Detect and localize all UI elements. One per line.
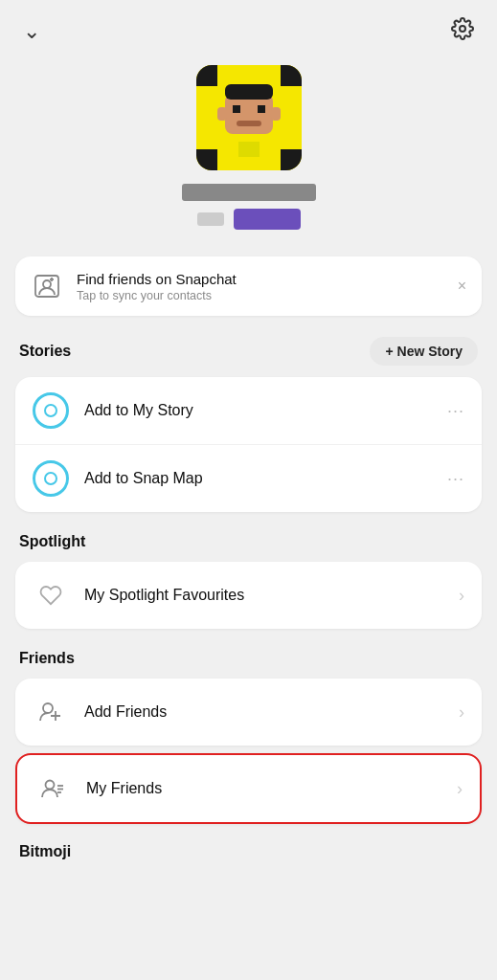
friends-section-header: Friends: [0, 642, 497, 675]
friends-section-title: Friends: [19, 650, 75, 667]
my-friends-chevron-right-icon: ›: [457, 779, 463, 799]
bitmoji-section-title: Bitmoji: [19, 843, 71, 859]
svg-rect-7: [233, 105, 240, 113]
svg-point-19: [43, 703, 53, 713]
svg-rect-4: [196, 149, 217, 170]
svg-rect-3: [281, 65, 302, 86]
story-camera-icon: [33, 392, 69, 429]
my-friends-label: My Friends: [86, 780, 457, 797]
add-friends-icon: [33, 694, 69, 730]
more-options-icon[interactable]: ···: [447, 401, 464, 421]
add-friends-item[interactable]: Add Friends ›: [15, 679, 482, 746]
my-friends-wrapper: My Friends ›: [15, 753, 482, 824]
add-friends-card: Add Friends ›: [15, 679, 482, 746]
add-to-snap-map-item[interactable]: Add to Snap Map ···: [15, 444, 482, 512]
svg-rect-8: [258, 105, 265, 113]
svg-rect-2: [196, 65, 217, 86]
contact-sync-icon: [31, 270, 63, 302]
find-friends-left: Find friends on Snapchat Tap to sync you…: [31, 270, 237, 302]
svg-point-0: [460, 26, 465, 32]
stories-section-header: Stories + New Story: [0, 329, 497, 373]
username-bar: [182, 184, 316, 230]
snap-map-more-icon[interactable]: ···: [447, 469, 464, 489]
stories-card-group: Add to My Story ··· Add to Snap Map ···: [15, 377, 482, 512]
top-bar: ⌄: [0, 0, 497, 56]
svg-rect-12: [271, 107, 281, 121]
add-to-my-story-label: Add to My Story: [84, 402, 447, 419]
svg-rect-10: [225, 84, 273, 100]
svg-rect-9: [237, 121, 261, 126]
spotlight-favourites-item[interactable]: My Spotlight Favourites ›: [15, 562, 482, 629]
chevron-down-icon[interactable]: ⌄: [23, 19, 40, 44]
new-story-button[interactable]: + New Story: [370, 337, 478, 366]
stories-section-title: Stories: [19, 343, 71, 360]
username-purple-tag: [234, 209, 301, 230]
username-sub-row: [197, 209, 301, 230]
spotlight-section-header: Spotlight: [0, 525, 497, 558]
add-to-my-story-item[interactable]: Add to My Story ···: [15, 377, 482, 444]
avatar-section: [0, 56, 497, 247]
heart-icon: [33, 577, 69, 613]
spotlight-card-group: My Spotlight Favourites ›: [15, 562, 482, 629]
avatar[interactable]: [196, 65, 302, 170]
username-small-redacted: [197, 212, 224, 226]
find-friends-title: Find friends on Snapchat: [77, 271, 237, 287]
username-redacted: [182, 184, 316, 201]
spotlight-chevron-right-icon: ›: [459, 586, 464, 606]
add-friends-chevron-right-icon: ›: [459, 702, 464, 723]
svg-rect-5: [281, 149, 302, 170]
svg-point-22: [46, 781, 55, 790]
my-friends-icon: [34, 770, 71, 807]
find-friends-subtitle: Tap to sync your contacts: [77, 289, 237, 302]
gear-icon[interactable]: [451, 17, 474, 46]
my-friends-item[interactable]: My Friends ›: [17, 755, 480, 822]
snap-map-icon: [33, 460, 69, 497]
find-friends-banner[interactable]: Find friends on Snapchat Tap to sync you…: [15, 256, 482, 316]
svg-rect-14: [238, 142, 260, 157]
svg-rect-6: [225, 94, 273, 134]
find-friends-text: Find friends on Snapchat Tap to sync you…: [77, 271, 237, 302]
add-to-snap-map-label: Add to Snap Map: [84, 470, 447, 487]
add-friends-label: Add Friends: [84, 703, 459, 721]
svg-rect-11: [217, 107, 227, 121]
bitmoji-section: Bitmoji: [0, 837, 497, 866]
close-icon[interactable]: ×: [458, 278, 466, 295]
svg-point-16: [43, 280, 51, 288]
spotlight-favourites-label: My Spotlight Favourites: [84, 587, 459, 604]
spotlight-section-title: Spotlight: [19, 533, 85, 550]
